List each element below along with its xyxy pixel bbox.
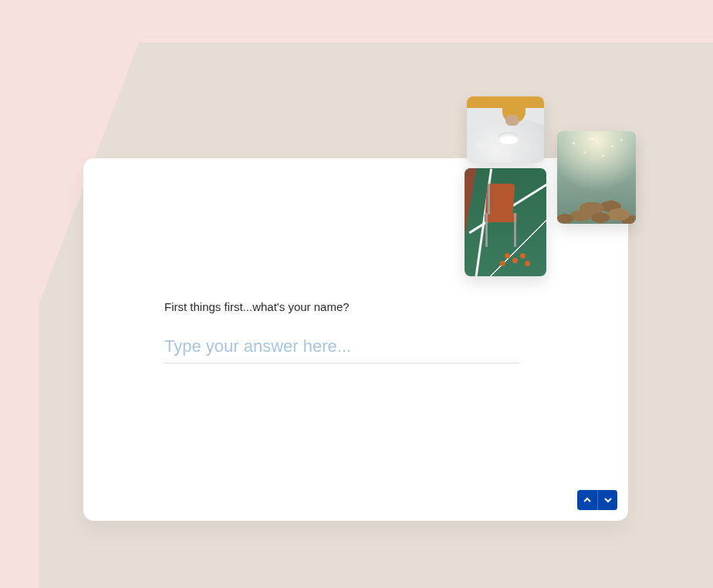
chevron-down-icon: [604, 495, 612, 506]
question-prompt: First things first...what's your name?: [164, 300, 519, 313]
chevron-up-icon: [583, 495, 591, 506]
nav-button-group: [577, 490, 617, 510]
egg-marble-table-photo: [467, 96, 544, 163]
next-button[interactable]: [597, 490, 617, 510]
underwater-coral-photo: [557, 131, 636, 224]
form-card: First things first...what's your name?: [83, 158, 628, 521]
prev-button[interactable]: [577, 490, 597, 510]
answer-input[interactable]: [164, 333, 519, 363]
question-block: First things first...what's your name?: [164, 300, 519, 363]
chair-tennis-court-photo: [465, 168, 546, 276]
